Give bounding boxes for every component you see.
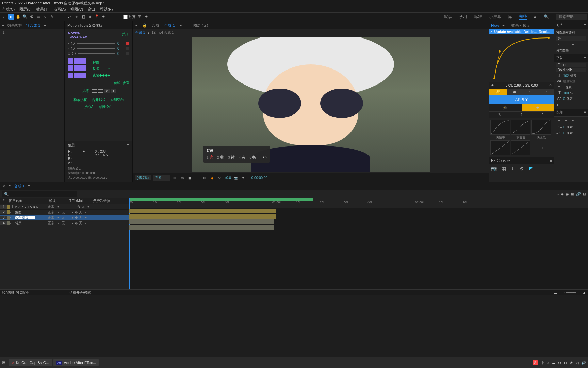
fxconsole-menu-icon[interactable]: ≡	[550, 158, 552, 163]
ime-nav-icon[interactable]: ‹ ›	[263, 155, 267, 160]
tl-tab-opts-icon[interactable]: ≡	[28, 184, 30, 188]
tl-graph-icon[interactable]: ⊞	[571, 192, 574, 196]
layer-color-2[interactable]	[7, 210, 10, 214]
sort-val-2[interactable]: 1	[111, 89, 116, 93]
flow-tab[interactable]: Flow	[491, 23, 499, 27]
ws-learn[interactable]: 学习	[459, 14, 467, 20]
layer-color-3[interactable]	[7, 216, 10, 220]
tray-lang-icon[interactable]: 中	[541, 360, 544, 365]
ime-cand-1[interactable]: 1这	[207, 155, 213, 160]
precomp-tab[interactable]: 预合成 1	[26, 23, 40, 28]
tl-chain-icon[interactable]: 🔗	[576, 192, 581, 196]
about-button[interactable]: 关于	[122, 32, 129, 39]
tl-close-icon[interactable]: ×	[3, 184, 5, 188]
track-val[interactable]: 度量标准	[563, 79, 575, 84]
tl-zoom-in-icon[interactable]: ▲	[583, 291, 586, 294]
viewer[interactable]: zhe 1这 2着 3哲 4者 5折 ‹ ›	[133, 36, 489, 173]
flow-tab-menu-icon[interactable]: ≡	[502, 23, 504, 27]
addnull-btn[interactable]: 添加空白	[109, 97, 125, 103]
ws-more-icon[interactable]: »	[534, 14, 536, 19]
mode-dd-4[interactable]: 正常	[46, 221, 56, 226]
mode-dd-3[interactable]: 正常	[46, 215, 56, 220]
merge-btn[interactable]: 合并形状	[91, 97, 107, 103]
tl-search[interactable]: 🔍	[2, 191, 77, 197]
parent-link-icon-2[interactable]: ⊙	[75, 210, 78, 214]
parent-dd-3[interactable]: 无	[78, 215, 84, 220]
flow-key-icon[interactable]: 🔑	[489, 89, 507, 95]
flow-fav-icon[interactable]: ☆	[549, 83, 552, 87]
panel-menu-icon[interactable]: ≡	[2, 23, 4, 27]
hand-tool[interactable]: ✋	[15, 14, 21, 20]
flow-right-icon[interactable]: →	[538, 89, 554, 95]
pen-tool[interactable]: ✎	[49, 14, 55, 20]
flow-download-icon[interactable]: ⤵	[532, 112, 554, 118]
crumb-1[interactable]: 合成 1	[135, 30, 145, 35]
flow-star-btn[interactable]: ★	[522, 104, 554, 111]
close-notice-icon[interactable]: ×	[490, 30, 492, 34]
tl-tab[interactable]: 合成 1	[14, 184, 24, 189]
work-area[interactable]	[129, 198, 313, 201]
tray-vol-icon[interactable]: 🔊	[581, 361, 586, 365]
para-menu-icon[interactable]: ≡	[584, 110, 586, 114]
parent-dd-1[interactable]: 无	[80, 204, 86, 209]
zoom-dropdown[interactable]: (45.7%)	[135, 175, 151, 180]
parent-link-icon-3[interactable]: ⊙	[75, 216, 78, 219]
tray-4-icon[interactable]: ⊙	[558, 361, 561, 365]
layer-name-2[interactable]: 抠图	[14, 210, 46, 215]
tl-shy-icon[interactable]: ⊸	[556, 192, 559, 196]
round-tool[interactable]: ○	[42, 14, 48, 20]
bold-icon[interactable]: T	[556, 103, 558, 107]
info-menu-icon[interactable]: ≡	[127, 143, 129, 148]
trk-dd-3[interactable]: 无	[60, 215, 70, 220]
align-dd[interactable]: 合	[556, 36, 586, 41]
tray-ime-icon[interactable]: S	[533, 360, 538, 365]
tl-mb-icon[interactable]: ◉	[566, 192, 569, 196]
ws-default[interactable]: 默认	[444, 14, 452, 20]
wand-tool[interactable]: ✦	[100, 14, 107, 20]
effect-controls-tab[interactable]: 效果控件	[7, 23, 22, 28]
preset-1[interactable]	[490, 120, 510, 135]
flow-eye-icon[interactable]: 👁	[491, 83, 494, 87]
layer-color-1[interactable]	[7, 205, 10, 209]
menu-window[interactable]: 窗口	[88, 7, 95, 12]
mode-dd-1[interactable]: 正常	[46, 204, 56, 209]
vc-guide-icon[interactable]: ▣	[187, 175, 192, 180]
task-view-icon[interactable]: ▣	[2, 360, 7, 365]
breakai-btn[interactable]: 拆分AI	[83, 104, 96, 110]
vc-channel-icon[interactable]: ⊞	[202, 175, 207, 180]
vc-colorwheel-icon[interactable]: ◉	[209, 175, 215, 180]
rect-tool[interactable]: ▭	[35, 14, 42, 20]
slider-3[interactable]: ×0	[68, 52, 129, 56]
stamp-tool[interactable]: ⎈	[73, 14, 79, 20]
flow-curve-editor[interactable]	[489, 34, 554, 82]
remind-link[interactable]: Remi...	[539, 30, 550, 34]
trk-dd-2[interactable]: 无	[60, 210, 70, 215]
sort-val-1[interactable]: 2	[104, 89, 110, 93]
elastic-btn[interactable]: 弹性	[93, 60, 99, 65]
parent-dd-4[interactable]: 无	[78, 221, 84, 226]
font-style[interactable]: Bold Italic	[556, 68, 586, 72]
anchor-grid[interactable]	[68, 58, 86, 79]
layer-color-4[interactable]	[7, 221, 10, 225]
text-tool[interactable]: T	[56, 14, 62, 20]
ime-cand-2[interactable]: 2着	[217, 155, 224, 160]
preset-plus[interactable]: +	[542, 146, 544, 150]
track-bar-4[interactable]	[129, 225, 274, 230]
layer-row-2[interactable]: 2 ▪ 抠图 正常▾ 无▾ ⊙ 无▾	[0, 210, 129, 215]
bounce-btn[interactable]: 反弹	[93, 66, 99, 71]
baseline-val[interactable]: 0	[563, 97, 565, 101]
para-left-icon[interactable]: ≡	[556, 119, 562, 124]
vc-refresh-icon[interactable]: ↻	[217, 175, 222, 180]
layer-name-input[interactable]	[15, 216, 35, 219]
layer-row-3[interactable]: 3 ▪ 正常▾ 无▾ ⊙ 无▾	[0, 215, 129, 220]
orbit-tool[interactable]: ⟲	[29, 14, 35, 20]
preset-4[interactable]	[490, 140, 510, 155]
char-menu-icon[interactable]: ≡	[584, 56, 586, 59]
mode-dd-2[interactable]: 正常	[46, 210, 56, 215]
flow-cap-icon[interactable]: 🎓	[489, 104, 522, 111]
hdr-name[interactable]: 图层名称	[7, 199, 48, 203]
menu-help[interactable]: 帮助(H)	[100, 7, 113, 12]
comp-tab-name[interactable]: 合成 1	[164, 23, 175, 28]
comp-lock-icon[interactable]: 🔒	[142, 23, 147, 28]
align-c-icon[interactable]: ⫠	[563, 42, 569, 47]
